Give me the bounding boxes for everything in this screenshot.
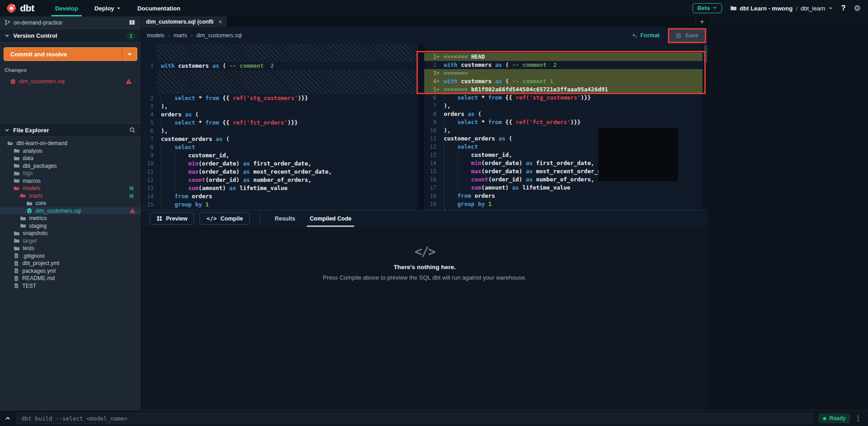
new-tab-button[interactable]: +: [696, 16, 708, 27]
tree-item-dbt-packages[interactable]: dbt_packages: [0, 162, 141, 170]
line-number: 9: [141, 151, 157, 160]
pane-divider[interactable]: [418, 44, 424, 210]
code-line[interactable]: 8 select: [141, 143, 418, 151]
nav-item-deploy[interactable]: Deploy: [86, 0, 129, 16]
tree-item-marts[interactable]: martsM: [0, 192, 141, 200]
nav-item-documentation[interactable]: Documentation: [129, 0, 189, 16]
editor-pane-incoming[interactable]: 1+<<<<<<< HEAD2 with customers as ( -- c…: [424, 44, 702, 210]
docs-book-icon[interactable]: [129, 19, 135, 26]
file-explorer-header[interactable]: File Explorer: [0, 123, 141, 137]
tree-item-label: logs: [23, 170, 33, 176]
tree-item-staging[interactable]: staging: [0, 222, 141, 230]
tree-item-logs[interactable]: logs: [0, 170, 141, 177]
code-line[interactable]: 5+>>>>>>> b81f802a66fd544504c65721e3ffaa…: [424, 85, 702, 94]
gear-icon[interactable]: ⚙: [854, 4, 861, 13]
code-line[interactable]: 6 ),: [141, 127, 418, 135]
tree-item-macros[interactable]: macros: [0, 177, 141, 185]
commit-and-resolve-button[interactable]: Commit and resolve: [4, 47, 137, 61]
search-icon[interactable]: [129, 127, 135, 133]
line-number: 11: [141, 168, 157, 176]
format-button[interactable]: Format: [632, 32, 659, 39]
tree-item-data[interactable]: data: [0, 155, 141, 162]
indent-guide: [444, 151, 457, 159]
code-line[interactable]: 10 min(order_date) as first_order_date,: [141, 160, 418, 168]
code-line[interactable]: 19 group by 1: [424, 200, 702, 208]
chevron-down-icon: [5, 33, 10, 38]
line-number: 7: [141, 135, 157, 143]
code-line[interactable]: 1+<<<<<<< HEAD: [424, 53, 702, 61]
indent-guide: [444, 167, 457, 175]
code-line[interactable]: 3+=======: [424, 69, 702, 77]
floppy-save-icon: [676, 33, 682, 39]
tree-item-packages-yml[interactable]: packages.yml: [0, 267, 141, 275]
editor-scrollbar[interactable]: [702, 44, 708, 210]
code-line[interactable]: 3 ),: [141, 102, 418, 110]
code-line[interactable]: 6 select * from {{ ref('stg_customers')}…: [424, 94, 702, 102]
version-control-header[interactable]: Version Control 1: [0, 29, 141, 43]
line-number: 11: [424, 135, 440, 143]
tree-item-analysis[interactable]: analysis: [0, 147, 141, 155]
tab-dim-customers[interactable]: dim_customers.sql (confli... ✕: [141, 16, 227, 27]
tree-item-core[interactable]: core: [0, 200, 141, 207]
tree-item-dbt-learn-on-demand[interactable]: dbt-learn-on-demand: [0, 140, 141, 147]
code-line[interactable]: 11 max(order_date) as most_recent_order_…: [141, 168, 418, 176]
branch-row[interactable]: on-demand-practice: [0, 16, 141, 29]
account-breadcrumb[interactable]: dbt Learn - mwong / dbt_learn: [730, 5, 833, 12]
tree-item-snapshots[interactable]: snapshots: [0, 230, 141, 237]
scrollbar-thumb[interactable]: [704, 45, 707, 63]
code-line[interactable]: 1 with customers as ( -- comment 2: [141, 62, 418, 70]
code-line[interactable]: 12 count(order_id) as number_of_orders,: [141, 176, 418, 184]
chevron-down-icon: [5, 128, 10, 133]
compile-button[interactable]: </> Compile: [200, 212, 250, 225]
kebab-menu-icon[interactable]: ⋮: [855, 414, 862, 422]
chevron-down-icon: [828, 6, 833, 10]
code-line[interactable]: 13 sum(amount) as lifetime_value: [141, 184, 418, 192]
code-line[interactable]: 7 ),: [424, 102, 702, 110]
code-line[interactable]: 18 from orders: [424, 192, 702, 200]
tree-item-tests[interactable]: tests: [0, 245, 141, 252]
tree-item-test[interactable]: TEST: [0, 282, 141, 290]
commit-dropdown-chevron-icon[interactable]: [122, 48, 137, 60]
code-line[interactable]: 2 with customers as ( -- comment 2: [424, 61, 702, 69]
code-line[interactable]: 15 group by 1: [141, 200, 418, 209]
code-line[interactable]: 9 customer_id,: [141, 151, 418, 160]
tree-item-dbt-project-yml[interactable]: dbt_project.yml: [0, 260, 141, 267]
tree-item-models[interactable]: modelsM: [0, 185, 141, 192]
tree-item-readme-md[interactable]: README.md: [0, 275, 141, 282]
tree-item-dim-customers-sql[interactable]: dim_customers.sql: [0, 207, 141, 215]
tree-item-target[interactable]: target: [0, 237, 141, 245]
chevron-up-icon[interactable]: [5, 415, 11, 421]
nav-item-develop[interactable]: Develop: [47, 0, 86, 16]
tree-item-metrics[interactable]: metrics: [0, 215, 141, 222]
code-line[interactable]: 5 select * from {{ ref('fct_orders')}}: [141, 119, 418, 127]
code-line[interactable]: 9 select * from {{ ref('fct_orders')}}: [424, 118, 702, 126]
close-icon[interactable]: ✕: [218, 19, 222, 25]
code-line[interactable]: 4+with customers as ( -- comment 1: [424, 77, 702, 85]
dbt-logo[interactable]: dbt: [5, 2, 34, 14]
line-number: 3: [141, 102, 157, 110]
tree-item--gitignore[interactable]: .gitignore: [0, 252, 141, 260]
collapsed-diff-region: [157, 44, 418, 62]
folder-icon: [14, 155, 20, 161]
line-number: 8: [141, 143, 157, 151]
editor-pane-current[interactable]: 1 with customers as ( -- comment 22 sele…: [141, 44, 418, 210]
tab-results[interactable]: Results: [275, 210, 295, 227]
code-line[interactable]: 2 select * from {{ ref('stg_customers')}…: [141, 94, 418, 102]
status-badge: Ready: [818, 413, 850, 423]
code-line[interactable]: 7 customer_orders as (: [141, 135, 418, 143]
preview-button[interactable]: Preview: [150, 212, 194, 225]
help-icon[interactable]: ?: [841, 4, 846, 12]
tree-item-label: dbt-learn-on-demand: [16, 140, 67, 146]
changed-file-row[interactable]: dim_customers.sql: [4, 76, 137, 86]
code-line[interactable]: 8 orders as (: [424, 110, 702, 118]
line-number: 3+: [424, 69, 440, 77]
command-input[interactable]: dbt build --select <model_name>: [16, 413, 813, 424]
code-line[interactable]: 17 sum(amount) as lifetime_value: [424, 184, 702, 192]
beta-dropdown[interactable]: Beta: [692, 3, 722, 13]
tree-item-label: README.md: [22, 275, 55, 281]
line-number: 6: [141, 127, 157, 135]
code-line[interactable]: 14 from orders: [141, 192, 418, 200]
save-button[interactable]: Save: [669, 30, 705, 42]
tab-compiled-code[interactable]: Compiled Code: [310, 210, 351, 227]
code-line[interactable]: 4 orders as (: [141, 110, 418, 119]
